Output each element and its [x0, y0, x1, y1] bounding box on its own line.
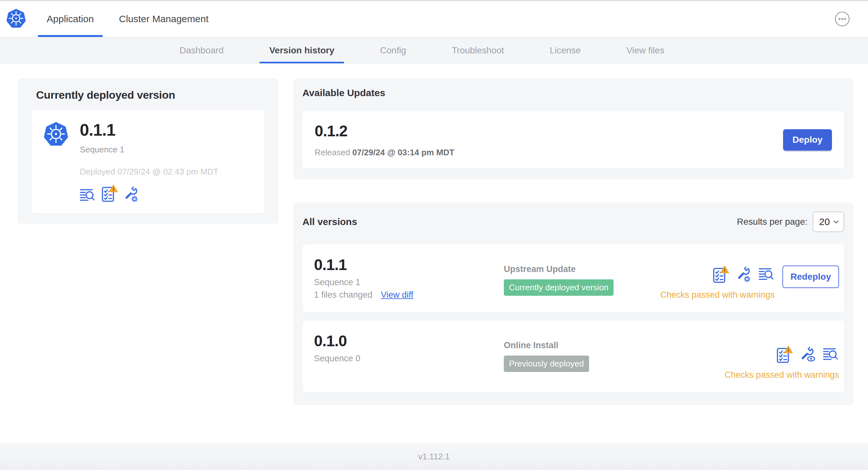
version-number: 0.1.1: [314, 257, 504, 274]
overflow-menu-button[interactable]: [835, 11, 850, 27]
source-label: Upstream Update: [504, 264, 660, 274]
version-actions: Checks passed with warnings: [724, 345, 839, 380]
version-source: Upstream Update Currently deployed versi…: [504, 257, 660, 296]
console-version: v1.112.1: [418, 452, 450, 462]
released-label: Released: [315, 147, 350, 157]
available-updates-title: Available Updates: [302, 88, 844, 98]
files-changed-line: 1 files changed View diff: [314, 290, 504, 300]
available-updates-panel: Available Updates 0.1.2 Released 07/29/2…: [293, 78, 853, 179]
redeploy-button[interactable]: Redeploy: [782, 266, 839, 288]
source-label: Online Install: [504, 340, 724, 350]
version-info: 0.1.1 Sequence 1 1 files changed View di…: [314, 257, 504, 300]
version-row: 0.1.0 Sequence 0 Online Install Previous…: [302, 321, 844, 392]
all-versions-title: All versions: [302, 216, 357, 227]
checks-status[interactable]: Checks passed with warnings: [724, 370, 839, 380]
currently-deployed-panel: Currently deployed version 0.1.1 Sequenc…: [18, 78, 279, 224]
footer: v1.112.1: [0, 443, 868, 470]
admin-console: Application Cluster Management Dashboard…: [0, 0, 868, 470]
release-notes-icon[interactable]: [758, 267, 775, 281]
deployed-version-actions: [80, 184, 218, 203]
tab-cluster-management[interactable]: Cluster Management: [110, 1, 217, 37]
view-diff-link[interactable]: View diff: [381, 290, 413, 300]
version-info: 0.1.0 Sequence 0: [314, 333, 504, 364]
tab-application[interactable]: Application: [38, 1, 103, 37]
version-source: Online Install Previously deployed: [504, 333, 724, 372]
results-per-page-label: Results per page:: [737, 217, 808, 227]
all-versions-header: All versions Results per page: 20: [302, 211, 844, 232]
edit-config-icon[interactable]: [124, 187, 139, 203]
top-nav-tabs: Application Cluster Management: [38, 1, 217, 37]
version-sequence: Sequence 1: [314, 277, 504, 288]
ellipsis-icon: [835, 11, 850, 27]
available-update-card: 0.1.2 Released 07/29/24 @ 03:14 pm MDT D…: [302, 111, 844, 168]
tab-view-files[interactable]: View files: [617, 37, 674, 63]
preflight-checks-warning-icon[interactable]: [777, 345, 793, 364]
released-timestamp: 07/29/24 @ 03:14 pm MDT: [352, 147, 454, 157]
results-per-page-value: 20: [819, 216, 830, 227]
currently-deployed-title: Currently deployed version: [36, 89, 265, 101]
tab-troubleshoot[interactable]: Troubleshoot: [442, 37, 514, 63]
checks-status[interactable]: Checks passed with warnings: [660, 290, 775, 300]
right-column: Available Updates 0.1.2 Released 07/29/2…: [293, 78, 853, 405]
main-content: Currently deployed version 0.1.1 Sequenc…: [0, 64, 868, 405]
version-row: 0.1.1 Sequence 1 1 files changed View di…: [302, 244, 844, 312]
update-version-number: 0.1.2: [315, 122, 454, 140]
version-icons-wrap: Checks passed with warnings: [660, 266, 775, 300]
edit-config-icon[interactable]: [736, 267, 751, 282]
top-nav-bar: Application Cluster Management: [0, 1, 868, 37]
tab-config[interactable]: Config: [370, 37, 416, 63]
files-changed-label: 1 files changed: [314, 290, 373, 300]
available-update-details: 0.1.2 Released 07/29/24 @ 03:14 pm MDT: [315, 122, 454, 158]
version-sequence: Sequence 0: [314, 354, 504, 364]
preflight-checks-warning-icon[interactable]: [713, 266, 729, 283]
tab-version-history[interactable]: Version history: [260, 37, 344, 63]
preflight-checks-warning-icon[interactable]: [102, 184, 118, 203]
version-actions: Checks passed with warnings Redeploy: [660, 266, 839, 300]
results-per-page: Results per page: 20: [737, 211, 844, 232]
deployed-version-number: 0.1.1: [80, 121, 218, 139]
tab-dashboard[interactable]: Dashboard: [170, 37, 233, 63]
view-config-icon[interactable]: [800, 346, 816, 363]
tab-license[interactable]: License: [540, 37, 591, 63]
all-versions-panel: All versions Results per page: 20 0.1.1 …: [293, 203, 853, 405]
app-icon: [43, 122, 69, 147]
currently-deployed-section: Currently deployed version 0.1.1 Sequenc…: [18, 78, 279, 224]
version-number: 0.1.0: [314, 333, 504, 350]
deployed-timestamp: Deployed 07/29/24 @ 02:43 pm MDT: [80, 167, 218, 177]
release-notes-icon[interactable]: [80, 189, 96, 203]
version-icons: [777, 345, 839, 364]
version-icons-wrap: Checks passed with warnings: [724, 345, 839, 380]
currently-deployed-badge: Currently deployed version: [504, 279, 614, 296]
deploy-button[interactable]: Deploy: [783, 129, 832, 150]
kubernetes-logo-icon: [6, 9, 26, 29]
update-released-line: Released 07/29/24 @ 03:14 pm MDT: [315, 147, 454, 158]
previously-deployed-badge: Previously deployed: [504, 356, 589, 372]
results-per-page-select[interactable]: 20: [813, 211, 844, 232]
app-tab-bar: Dashboard Version history Config Trouble…: [0, 37, 868, 64]
currently-deployed-card: 0.1.1 Sequence 1 Deployed 07/29/24 @ 02:…: [32, 110, 265, 213]
version-icons: [713, 266, 775, 283]
chevron-down-icon: [833, 220, 839, 224]
currently-deployed-details: 0.1.1 Sequence 1 Deployed 07/29/24 @ 02:…: [80, 121, 218, 203]
deployed-sequence: Sequence 1: [80, 145, 218, 155]
release-notes-icon[interactable]: [823, 347, 839, 362]
